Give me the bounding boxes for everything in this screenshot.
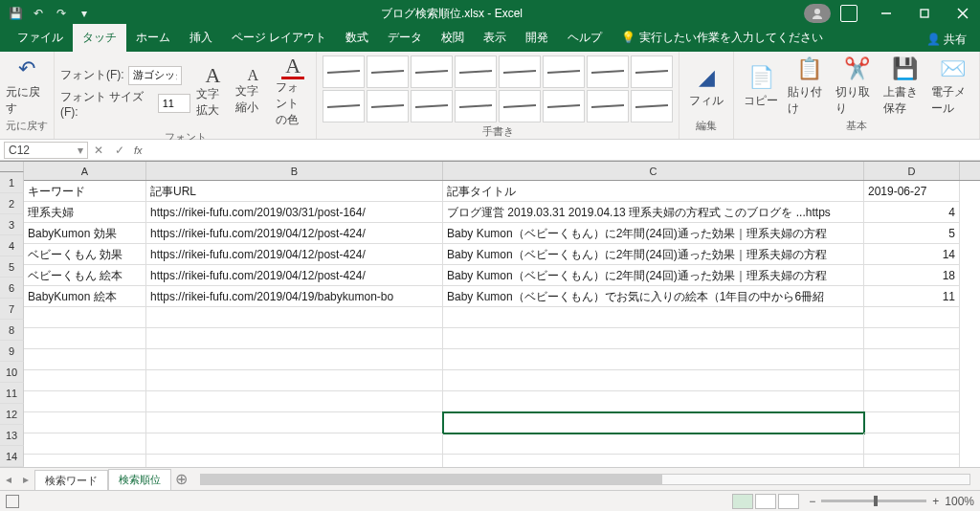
enter-icon[interactable]: ✓ [111,142,128,159]
tab-file[interactable]: ファイル [8,24,73,52]
cell[interactable]: 2019-06-27 [864,181,960,202]
ink-style[interactable] [323,56,365,88]
cell[interactable] [864,412,960,433]
tab-insert[interactable]: 挿入 [180,24,222,52]
page-layout-view-button[interactable] [755,494,776,509]
tab-page-layout[interactable]: ページ レイアウト [222,24,336,52]
cell[interactable]: BabyKumon 効果 [24,223,146,244]
save-icon[interactable]: 💾 [8,6,23,21]
cell[interactable] [24,433,146,455]
ribbon-display-icon[interactable] [840,5,858,22]
minimize-button[interactable] [869,0,903,27]
row-header[interactable]: 12 [0,404,24,425]
fx-icon[interactable]: fx [134,144,143,156]
sheet-nav-next[interactable]: ▸ [17,473,34,486]
cell[interactable] [24,391,146,412]
ink-style[interactable] [631,56,673,88]
ink-style[interactable] [455,56,497,88]
cell[interactable]: 記事タイトル [443,181,864,202]
cell[interactable]: https://rikei-fufu.com/2019/04/12/post-4… [146,244,443,265]
ink-style[interactable] [367,90,409,122]
tab-view[interactable]: 表示 [474,24,516,52]
tab-help[interactable]: ヘルプ [558,24,612,52]
cell[interactable]: キーワード [24,181,146,202]
tab-touch[interactable]: タッチ [73,24,126,52]
cell[interactable]: https://rikei-fufu.com/2019/03/31/post-1… [146,202,443,223]
email-button[interactable]: ✉️電子メール [931,56,973,117]
font-color-button[interactable]: Aフォントの色 [276,56,310,128]
cell[interactable] [443,455,864,467]
cell[interactable] [443,307,864,328]
cell[interactable] [864,328,960,349]
font-select[interactable] [128,66,182,85]
cell[interactable]: https://rikei-fufu.com/2019/04/19/babyku… [146,286,443,307]
ink-style[interactable] [323,90,365,122]
cell[interactable]: ベビーくもん 効果 [24,244,146,265]
tab-review[interactable]: 校閲 [432,24,474,52]
ink-style[interactable] [499,56,541,88]
paste-button[interactable]: 📋貼り付け [788,56,830,117]
cell[interactable]: Baby Kumon（ベビーくもん）でお気に入りの絵本（1年目の中から6冊紹 [443,286,864,307]
cell[interactable] [24,328,146,349]
cell[interactable]: ブログ運営 2019.03.31 2019.04.13 理系夫婦の方程式 このブ… [443,202,864,223]
cell[interactable] [24,412,146,433]
row-header[interactable]: 3 [0,214,24,235]
maximize-button[interactable] [907,0,942,27]
cell[interactable] [24,455,146,467]
col-header[interactable]: D [864,162,960,180]
row-header[interactable]: 14 [0,446,24,467]
tab-home[interactable]: ホーム [126,24,180,52]
cancel-icon[interactable]: ✕ [90,142,107,159]
sheet-tab[interactable]: 検索ワード [34,470,108,491]
cell[interactable]: 4 [864,202,960,223]
ink-style[interactable] [543,56,585,88]
cell[interactable] [443,433,864,455]
undo-icon[interactable]: ↶ [31,6,46,21]
font-size-select[interactable] [158,94,190,113]
cell[interactable]: 理系夫婦 [24,202,146,223]
cell[interactable]: 5 [864,223,960,244]
row-header[interactable]: 9 [0,341,24,362]
ink-style[interactable] [367,56,409,88]
zoom-thumb[interactable] [874,496,878,506]
name-box[interactable]: C12▾ [4,142,88,159]
shrink-font-button[interactable]: A文字縮小 [235,68,270,116]
ink-gallery[interactable] [323,56,673,122]
cell[interactable]: ベビーくもん 絵本 [24,265,146,286]
cell[interactable]: Baby Kumon（ベビーくもん）に2年間(24回)通った効果｜理系夫婦の方程 [443,265,864,286]
cell[interactable] [24,349,146,370]
ink-style[interactable] [499,90,541,122]
cell[interactable] [146,455,443,467]
grow-font-button[interactable]: A文字拡大 [196,65,231,119]
tell-me[interactable]: 💡 実行したい作業を入力してください [612,24,832,52]
normal-view-button[interactable] [732,494,753,509]
tab-developer[interactable]: 開発 [516,24,558,52]
cell[interactable]: 11 [864,286,960,307]
cell[interactable] [146,433,443,455]
cell[interactable] [864,433,960,455]
fill-button[interactable]: ◢フィル [685,64,727,109]
undo-button[interactable]: ↶ 元に戻す [6,56,48,117]
col-header[interactable]: C [443,162,864,180]
cell[interactable] [443,391,864,412]
qat-dropdown-icon[interactable]: ▾ [77,6,92,21]
copy-button[interactable]: 📄コピー [740,64,782,109]
cell[interactable]: https://rikei-fufu.com/2019/04/12/post-4… [146,223,443,244]
cell[interactable] [864,455,960,467]
sheet-nav-prev[interactable]: ◂ [0,473,17,486]
share-button[interactable]: 👤 共有 [913,28,980,52]
cell[interactable] [864,370,960,391]
macro-record-icon[interactable] [6,495,19,508]
cell[interactable]: Baby Kumon（ベビーくもん）に2年間(24回)通った効果｜理系夫婦の方程 [443,244,864,265]
close-button[interactable] [946,0,980,27]
cell[interactable]: Baby Kumon（ベビーくもん）に2年間(24回)通った効果｜理系夫婦の方程 [443,223,864,244]
tab-data[interactable]: データ [378,24,432,52]
ink-style[interactable] [455,90,497,122]
row-header[interactable]: 11 [0,383,24,404]
page-break-view-button[interactable] [778,494,799,509]
row-header[interactable]: 10 [0,362,24,383]
ink-style[interactable] [587,90,629,122]
cell[interactable] [146,307,443,328]
horizontal-scrollbar[interactable] [200,474,970,485]
row-header[interactable]: 2 [0,193,24,214]
